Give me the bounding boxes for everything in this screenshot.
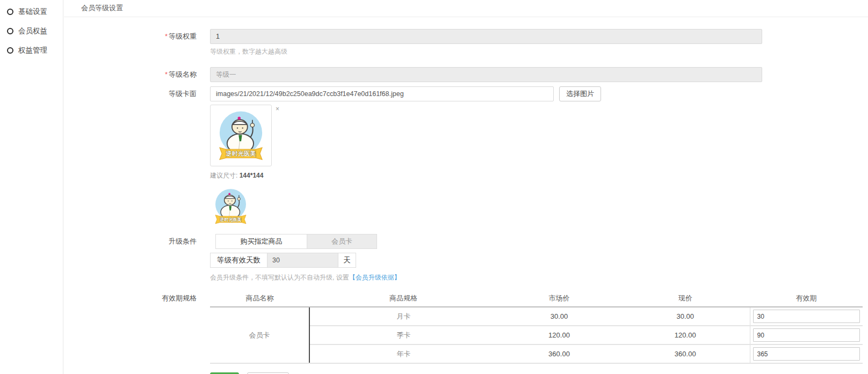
upgrade-basis-link[interactable]: 【会员升级依据】 — [349, 274, 401, 281]
valid-days-unit: 天 — [338, 253, 356, 268]
header-product-name: 商品名称 — [210, 292, 309, 307]
choose-image-button[interactable]: 选择图片 — [559, 86, 601, 101]
required-asterisk: * — [165, 70, 168, 78]
spec-cell: 月卡 — [309, 307, 497, 326]
level-name-input[interactable] — [210, 67, 762, 82]
validity-spec-label: 有效期规格 — [64, 292, 210, 305]
current-price-cell: 120.00 — [621, 326, 750, 344]
settings-sidebar: 基础设置 会员权益 权益管理 — [0, 0, 63, 374]
sidebar-item-basic-settings[interactable]: 基础设置 — [0, 2, 63, 21]
sidebar-item-benefit-management[interactable]: 权益管理 — [0, 41, 63, 60]
brand-logo-text: 逆时光医美 — [219, 217, 241, 222]
remove-image-icon[interactable]: × — [276, 106, 279, 112]
level-weight-hint: 等级权重，数字越大越高级 — [210, 47, 868, 56]
validity-input[interactable] — [753, 347, 860, 361]
validity-input[interactable] — [753, 310, 860, 323]
radio-circle-icon — [7, 47, 13, 54]
header-validity: 有效期 — [750, 292, 863, 307]
table-row: 会员卡 月卡 30.00 30.00 — [210, 307, 863, 326]
level-name-label: *等级名称 — [64, 67, 210, 82]
brand-logo: 逆时光医美 — [210, 186, 251, 227]
main-content: 会员等级设置 *等级权重 等级权重，数字越大越高级 *等级名称 等级卡面 选择图… — [64, 0, 868, 374]
sidebar-item-label: 会员权益 — [18, 26, 47, 36]
header-current-price: 现价 — [621, 292, 750, 307]
page-title: 会员等级设置 — [64, 0, 868, 17]
spec-cell: 年卡 — [309, 344, 497, 363]
radio-circle-icon — [7, 9, 13, 15]
level-weight-input[interactable] — [210, 29, 762, 44]
valid-days-label: 等级有效天数 — [210, 253, 267, 268]
form-row-level-name: *等级名称 — [64, 67, 868, 82]
valid-days-input[interactable] — [267, 253, 338, 268]
product-name-cell: 会员卡 — [210, 307, 309, 363]
level-weight-label: *等级权重 — [64, 29, 210, 44]
form-row-upgrade-condition: 升级条件 购买指定商品 会员卡 等级有效天数 天 会员升级条件，不填写默认认为不… — [64, 234, 868, 282]
form-row-validity-spec: 有效期规格 商品名称 商品规格 市场价 现价 有效期 — [64, 292, 868, 364]
header-product-spec: 商品规格 — [309, 292, 497, 307]
market-price-cell: 360.00 — [497, 344, 621, 363]
validity-spec-table: 商品名称 商品规格 市场价 现价 有效期 会员卡 月卡 30.00 30.00 — [210, 292, 863, 364]
header-market-price: 市场价 — [497, 292, 621, 307]
sidebar-item-member-benefits[interactable]: 会员权益 — [0, 21, 63, 41]
card-image-preview: 逆时光医美 — [210, 105, 272, 166]
sidebar-item-label: 基础设置 — [18, 7, 47, 17]
valid-days-group: 等级有效天数 天 — [210, 253, 868, 268]
spec-cell: 季卡 — [309, 326, 497, 344]
brand-logo-text: 逆时光医美 — [225, 150, 256, 157]
brand-logo: 逆时光医美 — [212, 107, 270, 164]
card-image-thumbnail: 逆时光医美 — [210, 186, 251, 227]
validity-input[interactable] — [753, 328, 860, 342]
size-hint: 建议尺寸: 144*144 — [210, 171, 868, 180]
upgrade-condition-tabs: 购买指定商品 会员卡 — [215, 234, 868, 249]
card-image-path-input[interactable] — [210, 86, 554, 101]
tab-member-card[interactable]: 会员卡 — [307, 234, 377, 249]
market-price-cell: 30.00 — [497, 307, 621, 326]
required-asterisk: * — [165, 32, 168, 40]
current-price-cell: 360.00 — [621, 344, 750, 363]
current-price-cell: 30.00 — [621, 307, 750, 326]
level-settings-form: *等级权重 等级权重，数字越大越高级 *等级名称 等级卡面 选择图片 — [64, 17, 868, 374]
sidebar-item-label: 权益管理 — [18, 46, 47, 55]
form-row-card-face: 等级卡面 选择图片 — [64, 86, 868, 227]
upgrade-condition-label: 升级条件 — [64, 234, 210, 249]
tab-buy-specified-product[interactable]: 购买指定商品 — [215, 234, 307, 249]
radio-circle-icon — [7, 28, 13, 34]
market-price-cell: 120.00 — [497, 326, 621, 344]
upgrade-hint: 会员升级条件，不填写默认认为不自动升级, 设置【会员升级依据】 — [210, 273, 868, 282]
card-face-label: 等级卡面 — [64, 86, 210, 101]
form-row-level-weight: *等级权重 等级权重，数字越大越高级 — [64, 29, 868, 56]
table-header-row: 商品名称 商品规格 市场价 现价 有效期 — [210, 292, 863, 307]
